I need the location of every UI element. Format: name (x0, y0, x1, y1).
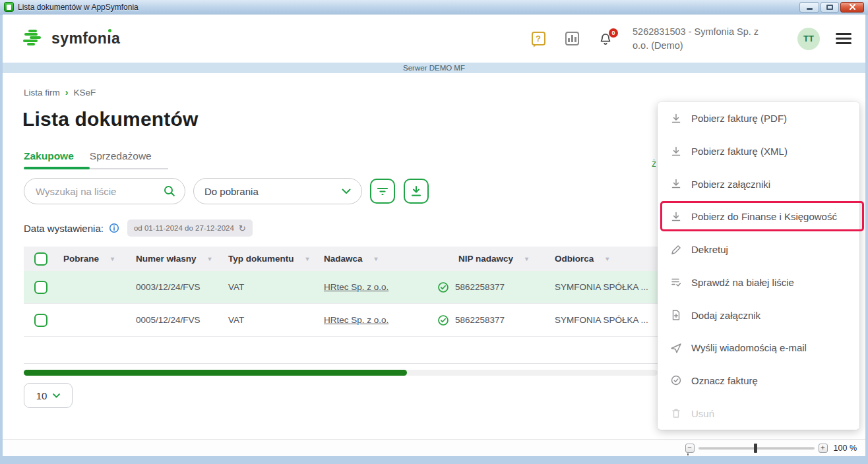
filter-icon (376, 185, 389, 198)
cell-numer-wlasny: 0003/12/24/FVS (131, 282, 223, 292)
notification-badge: 0 (609, 28, 618, 38)
row-context-menu: Pobierz fakturę (PDF) Pobierz fakturę (X… (658, 102, 859, 430)
date-range-value: od 01-11-2024 do 27-12-2024 (134, 224, 234, 232)
verified-check-icon (437, 281, 449, 293)
col-typ-dokumentu[interactable]: Typ dokumentu (228, 254, 294, 264)
zoom-slider-thumb[interactable] (754, 444, 757, 453)
breadcrumb-lista-firm[interactable]: Lista firm (24, 88, 60, 98)
date-filter-row: Data wystawienia: od 01-11-2024 do 27-12… (24, 219, 253, 237)
sender-link[interactable]: HRtec Sp. z o.o. (324, 315, 388, 325)
window-title: Lista dokumentów w AppSymfonia (18, 3, 139, 12)
menu-item-pobierz-fakture-xml[interactable]: Pobierz fakturę (XML) (658, 135, 859, 168)
hamburger-menu-button[interactable] (836, 33, 852, 44)
send-icon (670, 342, 682, 354)
filter-button[interactable] (370, 179, 395, 204)
col-nip-nadawcy[interactable]: NIP nadawcy (458, 254, 513, 264)
menu-item-label: Wyślij wiadomością e-mail (691, 342, 807, 353)
search-input[interactable] (24, 178, 185, 204)
avatar[interactable]: TT (797, 28, 820, 50)
maximize-icon (826, 5, 833, 10)
tab-sprzedazowe[interactable]: Sprzedażowe (90, 150, 152, 169)
menu-item-label: Pobierz fakturę (PDF) (691, 113, 787, 124)
trash-icon (670, 407, 682, 419)
chevron-down-icon (53, 393, 60, 398)
col-pobrane[interactable]: Pobrane (63, 254, 99, 264)
minimize-button[interactable] (799, 2, 819, 13)
check-circle-icon (670, 374, 682, 386)
date-range-chip[interactable]: od 01-11-2024 do 27-12-2024 ↻ (127, 219, 253, 237)
help-button[interactable]: ? (530, 30, 547, 47)
search-icon (163, 185, 176, 198)
page-title: Lista dokumentów (22, 108, 199, 130)
cell-nip: 5862258377 (455, 282, 505, 292)
download-icon (670, 113, 682, 125)
status-bar: − + 100 % (3, 439, 865, 456)
app-window: symfonıa ? 0 5262831503 - Symfonia Sp. z… (3, 14, 865, 456)
menu-item-pobierz-do-finanse-i-ksiegowosc[interactable]: Pobierz do Finanse i Księgowość (658, 200, 859, 233)
file-plus-icon (670, 309, 682, 321)
sender-link[interactable]: HRtec Sp. z o.o. (324, 282, 388, 292)
chevron-down-icon (342, 188, 351, 194)
close-icon (850, 4, 855, 10)
table-horizontal-scrollbar[interactable] (24, 370, 658, 376)
page-size-select[interactable]: 10 (24, 383, 73, 408)
menu-item-pobierz-zalaczniki[interactable]: Pobierz załączniki (658, 167, 859, 200)
sort-caret-icon[interactable]: ▾ (208, 255, 212, 262)
notifications-button[interactable]: 0 (597, 30, 614, 47)
pencil-icon (670, 244, 682, 256)
tab-bar: Zakupowe Sprzedażowe (24, 150, 152, 169)
reports-button[interactable] (563, 30, 580, 47)
menu-item-dekretuj[interactable]: Dekretuj (658, 233, 859, 266)
menu-item-label: Dekretuj (691, 244, 728, 255)
sort-caret-icon[interactable]: ▾ (306, 255, 309, 262)
download-icon (670, 178, 682, 190)
download-icon (670, 146, 682, 158)
history-reset-icon[interactable]: ↻ (239, 223, 246, 233)
verified-check-icon (437, 314, 449, 326)
menu-item-pobierz-fakture-pdf[interactable]: Pobierz fakturę (PDF) (658, 102, 859, 135)
menu-item-usun: Usuń (658, 397, 859, 430)
app-icon (4, 2, 14, 12)
symfonia-wordmark: symfonıa (51, 30, 120, 47)
menu-item-label: Pobierz załączniki (691, 179, 770, 190)
obscured-text-fragment: ż (652, 158, 656, 169)
sort-caret-icon[interactable]: ▾ (605, 255, 609, 262)
menu-item-oznacz-fakture[interactable]: Oznacz fakturę (658, 364, 859, 397)
breadcrumb-ksef[interactable]: KSeF (73, 88, 96, 98)
wordmark-end: a (111, 30, 120, 47)
col-nadawca[interactable]: Nadawca (324, 254, 363, 264)
menu-item-label: Pobierz fakturę (XML) (691, 146, 788, 157)
cell-typ-dokumentu: VAT (223, 315, 319, 325)
symfonia-logo-mark-icon (23, 30, 43, 47)
active-tab-indicator (24, 167, 90, 169)
window-titlebar: Lista dokumentów w AppSymfonia (0, 0, 868, 14)
environment-banner: Serwer DEMO MF (3, 63, 865, 73)
row-checkbox[interactable] (34, 281, 47, 294)
info-icon[interactable] (109, 223, 119, 233)
menu-item-sprawdz-na-bialej-liscie[interactable]: Sprawdź na białej liście (658, 266, 859, 299)
sort-caret-icon[interactable]: ▾ (375, 255, 378, 262)
col-odbiorca[interactable]: Odbiorca (555, 254, 594, 264)
download-button[interactable] (404, 179, 429, 204)
sort-caret-icon[interactable]: ▾ (111, 255, 114, 262)
close-button[interactable] (840, 2, 864, 13)
page-size-value: 10 (36, 390, 47, 401)
row-checkbox[interactable] (34, 314, 47, 327)
scrollbar-thumb[interactable] (24, 370, 407, 376)
tab-zakupowe[interactable]: Zakupowe (24, 150, 74, 169)
menu-item-dodaj-zalacznik[interactable]: Dodaj załącznik (658, 299, 859, 332)
menu-item-wyslij-wiadomoscia-email[interactable]: Wyślij wiadomością e-mail (658, 332, 859, 364)
zoom-slider[interactable] (698, 447, 815, 450)
maximize-button[interactable] (821, 2, 839, 13)
download-icon (410, 185, 423, 198)
status-filter-select[interactable]: Do pobrania (193, 178, 362, 204)
col-numer-wlasny[interactable]: Numer własny (136, 254, 197, 264)
sort-caret-icon[interactable]: ▾ (525, 255, 528, 262)
select-all-checkbox[interactable] (34, 252, 47, 266)
chevron-right-icon: › (65, 87, 69, 98)
toolbar: Do pobrania (24, 178, 429, 204)
company-account-label[interactable]: 5262831503 - Symfonia Sp. z o.o. (Demo) (633, 25, 776, 53)
date-filter-label: Data wystawienia: (24, 223, 104, 234)
zoom-out-button[interactable]: − (685, 444, 695, 453)
zoom-in-button[interactable]: + (819, 444, 828, 453)
